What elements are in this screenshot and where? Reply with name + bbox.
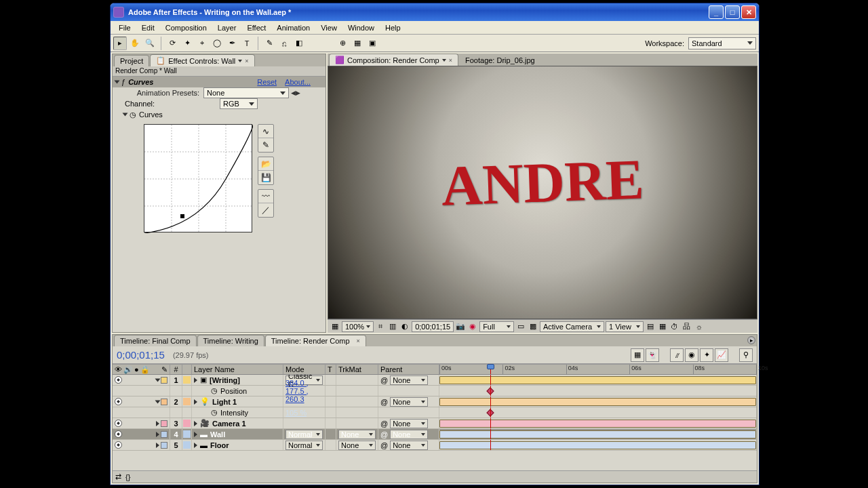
twirl-icon[interactable] [123, 113, 128, 117]
clone-tool-icon[interactable]: ⎌ [277, 37, 291, 50]
channel-select[interactable]: RGB [220, 98, 258, 109]
shy-button-icon[interactable]: 👻 [646, 348, 659, 362]
layer-row[interactable]: 5 ▬Floor Normal None @None [113, 440, 757, 451]
label-color-icon[interactable] [161, 442, 167, 449]
curve-save-icon[interactable]: 💾 [258, 171, 273, 184]
toggle-switches-icon[interactable]: ⇄ [115, 472, 121, 481]
dropdown[interactable]: None [390, 397, 428, 407]
safe-zones-icon[interactable]: ▥ [387, 321, 398, 332]
dropdown[interactable]: None [390, 419, 428, 428]
dropdown[interactable]: Normal [285, 441, 323, 450]
visibility-icon[interactable] [115, 376, 122, 384]
tab-project[interactable]: Project [114, 55, 149, 66]
twirl-icon[interactable] [155, 400, 161, 403]
visibility-icon[interactable] [115, 441, 122, 449]
pickwhip-icon[interactable]: @ [380, 430, 388, 439]
pickwhip-icon[interactable]: @ [380, 398, 388, 406]
composition-viewer[interactable]: ANDRE [328, 66, 757, 319]
col-layer-name[interactable]: Layer Name [192, 365, 283, 374]
curve-smooth-icon[interactable]: 〰 [258, 190, 273, 203]
twirl-icon[interactable] [155, 378, 161, 382]
snapshot-icon[interactable]: 📷 [455, 321, 466, 332]
preset-next-icon[interactable]: ▶ [296, 89, 300, 96]
grid-icon[interactable]: ▦ [330, 321, 340, 332]
close-button[interactable]: ✕ [741, 5, 756, 19]
dropdown[interactable]: None [390, 441, 428, 450]
local-axis-icon[interactable]: ⊕ [336, 37, 349, 50]
brush-tool-icon[interactable]: ✎ [262, 37, 276, 50]
workspace-select[interactable]: Standard [688, 37, 756, 49]
world-axis-icon[interactable]: ▦ [351, 37, 364, 50]
rotate-tool-icon[interactable]: ⟳ [165, 37, 179, 50]
tab-composition[interactable]: 🟪Composition: Render Comp× [329, 54, 458, 66]
roi-icon[interactable]: ▭ [515, 321, 526, 332]
twirl-icon[interactable] [194, 443, 197, 448]
close-tab-icon[interactable]: × [449, 57, 452, 64]
property-value[interactable]: 105 % [285, 409, 307, 417]
zoom-tool-icon[interactable]: 🔍 [143, 37, 157, 50]
minimize-button[interactable]: _ [709, 5, 724, 19]
stopwatch-icon[interactable]: ◷ [211, 386, 218, 395]
twirl-icon[interactable] [156, 432, 159, 437]
menu-effect[interactable]: Effect [241, 22, 271, 33]
brainstorm-icon[interactable]: ✦ [700, 348, 713, 362]
effect-header[interactable]: ƒ Curves Reset About... [113, 77, 326, 87]
label-color-icon[interactable] [161, 399, 167, 405]
time-display[interactable]: 0;00;01;15 [412, 321, 454, 332]
resolution-icon[interactable]: ⌗ [375, 321, 386, 332]
menu-composition[interactable]: Composition [160, 22, 212, 33]
menu-window[interactable]: Window [342, 22, 380, 33]
pen-tool-icon[interactable]: ✒ [225, 37, 239, 50]
menu-animation[interactable]: Animation [271, 22, 315, 33]
pickwhip-icon[interactable]: @ [380, 441, 388, 449]
shape-tool-icon[interactable]: ◯ [210, 37, 224, 50]
transparency-icon[interactable]: ▩ [528, 321, 538, 332]
camera-tool-icon[interactable]: ✦ [180, 37, 194, 50]
preset-prev-icon[interactable]: ◀ [291, 89, 296, 96]
property-row[interactable]: ◷Position 384.0 , 177.5 , 260.3 [113, 386, 757, 396]
curve-open-icon[interactable]: 📂 [258, 157, 273, 171]
pan-behind-tool-icon[interactable]: ⌖ [195, 37, 209, 50]
dropdown[interactable]: None [390, 375, 428, 385]
maximize-button[interactable]: □ [725, 5, 740, 19]
label-color-icon[interactable] [161, 377, 167, 384]
zoom-select[interactable]: 100% [342, 321, 374, 332]
twirl-icon[interactable] [194, 399, 197, 405]
expand-icon[interactable]: {} [125, 473, 130, 481]
panel-menu-icon[interactable]: ▸ [747, 336, 755, 344]
pickwhip-icon[interactable]: @ [380, 376, 388, 384]
fx-enable-icon[interactable]: ƒ [121, 78, 125, 86]
dropdown[interactable]: None [390, 430, 428, 439]
tab-timeline-final[interactable]: Timeline: Final Comp [114, 335, 197, 346]
col-number[interactable]: # [170, 365, 182, 374]
views-select[interactable]: 1 View [606, 321, 644, 332]
timecode-display[interactable]: 0;00;01;15 [117, 349, 165, 361]
twirl-icon[interactable] [156, 421, 159, 426]
frame-blend-icon[interactable]: ⫽ [670, 348, 684, 362]
time-ruler[interactable]: 00s02s04s06s08s10s [439, 365, 757, 374]
flowchart-icon[interactable]: 品 [682, 321, 692, 332]
exposure-icon[interactable]: ☼ [694, 321, 705, 332]
channel-icon[interactable]: ◐ [399, 321, 410, 332]
visibility-icon[interactable] [115, 430, 122, 438]
curve-bezier-icon[interactable]: ∿ [258, 125, 273, 138]
reset-link[interactable]: Reset [257, 78, 277, 86]
menu-edit[interactable]: Edit [136, 22, 160, 33]
dropdown[interactable]: None [338, 430, 376, 439]
close-tab-icon[interactable]: × [245, 58, 248, 64]
twirl-icon[interactable] [115, 81, 120, 84]
show-channel-icon[interactable]: ◉ [467, 321, 478, 332]
tab-effect-controls[interactable]: 📋Effect Controls: Wall× [150, 54, 254, 66]
switches-header[interactable]: 👁 🔊 ● 🔒 ✎ [113, 365, 170, 374]
visibility-icon[interactable] [115, 420, 122, 427]
curve-pencil-icon[interactable]: ✎ [258, 138, 273, 152]
timeline-icon[interactable]: ⏱ [669, 321, 680, 332]
about-link[interactable]: About... [285, 78, 311, 86]
auto-keyframe-icon[interactable]: ⚲ [739, 348, 753, 362]
resolution-select[interactable]: Full [479, 321, 514, 332]
col-t[interactable]: T [326, 365, 336, 374]
pickwhip-icon[interactable]: @ [380, 420, 388, 428]
col-trkmat[interactable]: TrkMat [336, 365, 378, 374]
eraser-tool-icon[interactable]: ◧ [292, 37, 306, 50]
menu-layer[interactable]: Layer [212, 22, 242, 33]
